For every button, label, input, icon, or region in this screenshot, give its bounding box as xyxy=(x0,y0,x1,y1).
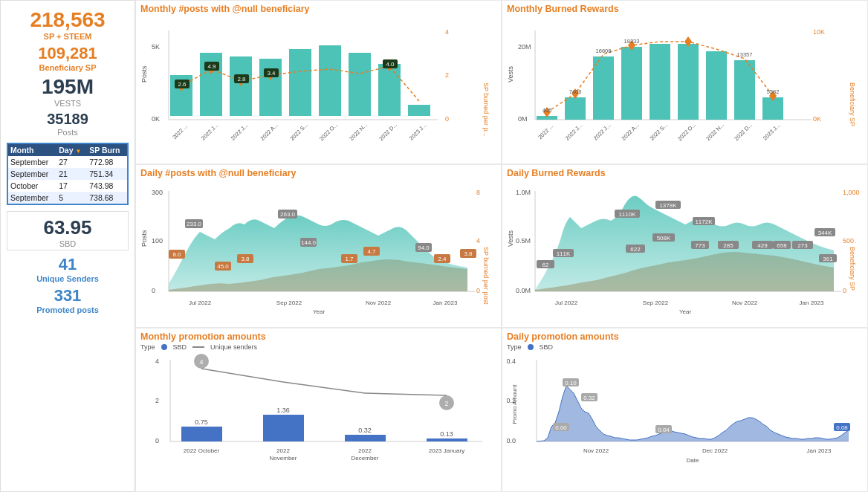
top-burns-table: Month Day ▼ SP Burn September27772.98Sep… xyxy=(7,143,129,205)
bar-9 xyxy=(408,105,430,116)
bx-label-2: 2022 J... xyxy=(564,122,584,142)
unique-senders-block: 41 Unique Senders xyxy=(7,255,129,283)
x-label-6: 2022 O... xyxy=(318,121,339,142)
vests-label: VESTS xyxy=(7,99,129,108)
dp-r-4: 4 xyxy=(476,237,480,245)
monthly-promo-svg: 4 2 0 0.75 1.36 0.32 0.13 4 2 xyxy=(140,352,497,467)
ann-1172k: 1172K xyxy=(695,219,713,225)
unique-label: Unique Senders xyxy=(7,274,129,283)
y-label-5k: 5K xyxy=(152,43,160,51)
table-cell: 17 xyxy=(56,180,87,192)
mpx-dec: 2022 xyxy=(358,447,372,454)
ann-233: 233.0 xyxy=(187,221,202,227)
sbd-value: 63.95 xyxy=(7,216,128,239)
benef-sp-block: 109,281 Beneficiary SP xyxy=(7,44,129,72)
table-row: September5738.68 xyxy=(8,192,127,204)
sender-val-4: 4 xyxy=(199,358,203,366)
table-cell: 772.98 xyxy=(87,156,127,168)
dpx-nov: Nov 2022 xyxy=(366,300,392,306)
benef-sp-label: Beneficiary SP xyxy=(7,63,129,72)
daily-promo-svg: 0.4 0.2 0.0 0.00 0.10 0.32 0.04 0.08 Pro… xyxy=(507,352,864,467)
charts-area: Monthly #posts with @null beneficiary Po… xyxy=(135,0,868,492)
db-0-5m: 0.5M xyxy=(516,237,531,245)
dp-r-0: 0 xyxy=(476,287,480,294)
x-label-7: 2022 N... xyxy=(348,121,369,142)
val-5582: 5582 xyxy=(767,88,780,95)
val-7406: 7406 xyxy=(569,88,582,95)
b-bar-2 xyxy=(565,97,586,120)
dp-ann-0-32: 0.32 xyxy=(583,395,595,401)
mpx-oct: 2022 October xyxy=(184,447,220,454)
ann-62: 62 xyxy=(542,262,549,268)
dp-y-sp: SP burned per post xyxy=(482,247,490,305)
left-panel: 218,563 SP + STEEM 109,281 Beneficiary S… xyxy=(0,0,135,492)
daily-burned-svg: Vests Beneficiary SP 1.0M 0.5M 0.0M 62 1… xyxy=(507,180,864,317)
r-b-0k: 0K xyxy=(813,115,821,123)
ann-429: 429 xyxy=(757,242,768,249)
table-cell: 738.68 xyxy=(87,192,127,204)
mp-val-1-36: 1.36 xyxy=(276,407,290,414)
y-label-20m: 20M xyxy=(518,43,531,51)
daily-posts-chart: Daily #posts with @null beneficiary Post… xyxy=(135,164,502,328)
dp-300: 300 xyxy=(152,189,163,196)
ann-285: 285 xyxy=(723,242,733,249)
b-bar-3 xyxy=(593,56,614,120)
label-4-0: 4.0 xyxy=(386,61,395,68)
ann-3-8a: 3.8 xyxy=(241,256,250,262)
table-cell: 21 xyxy=(56,168,87,180)
ann-273: 273 xyxy=(797,242,808,249)
dp-legend-sbd: SBD xyxy=(540,343,554,351)
bar-4 xyxy=(259,59,282,116)
dp-teal-area xyxy=(169,215,467,291)
dpx-sep: Sep 2022 xyxy=(276,300,302,306)
ann-361: 361 xyxy=(823,256,833,262)
mp-bar-oct xyxy=(181,427,222,441)
db-1m: 1.0M xyxy=(516,189,531,196)
monthly-promo-legend: Type SBD Unique senders xyxy=(140,343,496,351)
dp-ann-0-04: 0.04 xyxy=(658,427,670,433)
sender-val-2: 2 xyxy=(444,400,448,407)
bx-label-7: 2022 N... xyxy=(705,121,725,142)
bx-label-8: 2022 D... xyxy=(733,121,754,142)
table-cell: September xyxy=(8,156,56,168)
ann-1110k: 1110K xyxy=(618,211,636,218)
bx-label-4: 2022 A... xyxy=(621,122,641,142)
daily-promo-chart: Daily promotion amounts Type SBD 0.4 0.2… xyxy=(502,328,868,492)
sp-steem-block: 218,563 SP + STEEM xyxy=(7,8,129,41)
r-axis-2: 2 xyxy=(445,71,449,79)
vests-block: 195M VESTS xyxy=(7,75,129,108)
ann-622: 622 xyxy=(630,246,641,253)
legend-dot-sbd xyxy=(161,344,167,350)
ann-4-7: 4.7 xyxy=(367,248,376,255)
mpx-nov: 2022 xyxy=(276,447,290,454)
dp-100: 100 xyxy=(152,237,163,245)
sender-line-1 xyxy=(201,369,283,382)
mpx-nov2: November xyxy=(270,455,297,462)
table-cell: September xyxy=(8,168,56,180)
mp-bar-dec xyxy=(345,435,386,441)
table-cell: October xyxy=(8,180,56,192)
ann-263: 263.0 xyxy=(280,211,296,218)
bar-5 xyxy=(289,49,311,116)
b-bar-4 xyxy=(621,47,642,120)
legend-senders-label: Unique senders xyxy=(210,343,257,351)
legend-sbd-label: SBD xyxy=(173,343,187,351)
monthly-posts-chart: Monthly #posts with @null beneficiary Po… xyxy=(135,0,502,164)
ann-1378k: 1378K xyxy=(659,202,677,209)
posts-value: 35189 xyxy=(7,111,129,128)
monthly-posts-title: Monthly #posts with @null beneficiary xyxy=(140,4,496,14)
dp-ann-0-00: 0.00 xyxy=(555,424,567,431)
r-b-10k: 10K xyxy=(813,28,825,36)
dpx-nov22: Nov 2022 xyxy=(583,447,609,454)
bx-label-5: 2022 S... xyxy=(648,121,669,142)
label-2-8: 2.8 xyxy=(237,76,246,82)
mp-y-0: 0 xyxy=(155,437,159,444)
mp-val-0-13: 0.13 xyxy=(440,430,453,438)
mp-val-0-75: 0.75 xyxy=(195,418,208,426)
dbx-sep: Sep 2022 xyxy=(643,300,669,306)
posts-block: 35189 Posts xyxy=(7,111,129,137)
db-r-1000: 1,000 xyxy=(843,189,860,196)
table-row: September27772.98 xyxy=(8,156,127,168)
ann-8-0: 8.0 xyxy=(172,251,181,258)
col-day: Day ▼ xyxy=(56,144,87,156)
